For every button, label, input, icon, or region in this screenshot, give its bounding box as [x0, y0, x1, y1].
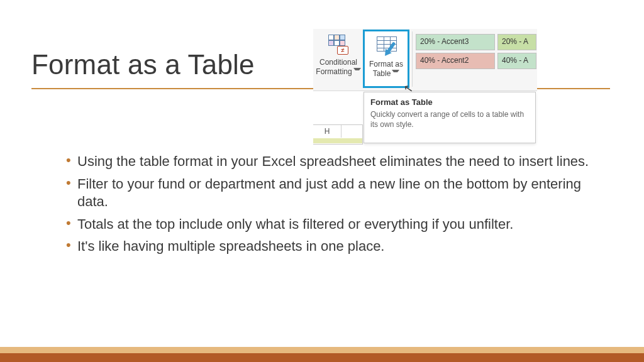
bullet-item: Totals at the top include only what is f…	[66, 216, 594, 234]
slide-title: Format as a Table	[31, 49, 255, 80]
conditional-formatting-icon: ≠	[326, 33, 350, 57]
worksheet-highlight	[313, 138, 362, 143]
neq-badge-icon: ≠	[337, 46, 348, 55]
ribbon-separator	[412, 31, 413, 87]
footer-accent-bar	[0, 347, 644, 353]
bullet-item: It's like having multiple spreadsheets i…	[66, 238, 594, 256]
tooltip-title: Format as Table	[370, 97, 529, 107]
format-as-table-button[interactable]: Format as Table	[363, 30, 409, 88]
format-as-table-label-1: Format as	[365, 60, 408, 69]
worksheet-peek: H	[313, 124, 363, 145]
format-as-table-label-2: Table	[365, 70, 408, 78]
chevron-down-icon	[353, 68, 361, 73]
conditional-formatting-button[interactable]: ≠ Conditional Formatting	[315, 30, 362, 88]
format-as-table-icon	[374, 35, 398, 59]
tooltip-body: Quickly convert a range of cells to a ta…	[370, 109, 529, 129]
cell-style-partial-top[interactable]: 20% - A	[497, 34, 536, 50]
chevron-down-icon	[392, 70, 399, 75]
bullet-item: Using the table format in your Excel spr…	[66, 153, 594, 171]
ribbon-strip: ≠ Conditional Formatting Format as Table…	[313, 29, 537, 91]
cell-style-accent3[interactable]: 20% - Accent3	[416, 34, 495, 50]
column-header-h[interactable]: H	[313, 125, 341, 138]
conditional-formatting-label-1: Conditional	[315, 58, 362, 67]
tooltip-panel: Format as Table Quickly convert a range …	[364, 92, 536, 143]
footer-base-bar	[0, 353, 644, 362]
bullet-item: Filter to your fund or department and ju…	[66, 175, 594, 211]
excel-ribbon-screenshot: ≠ Conditional Formatting Format as Table…	[313, 29, 537, 145]
cell-style-partial-bottom[interactable]: 40% - A	[497, 53, 536, 69]
conditional-formatting-label-2: Formatting	[315, 68, 362, 76]
bullet-list: Using the table format in your Excel spr…	[66, 153, 594, 260]
cell-style-accent2[interactable]: 40% - Accent2	[416, 53, 495, 69]
